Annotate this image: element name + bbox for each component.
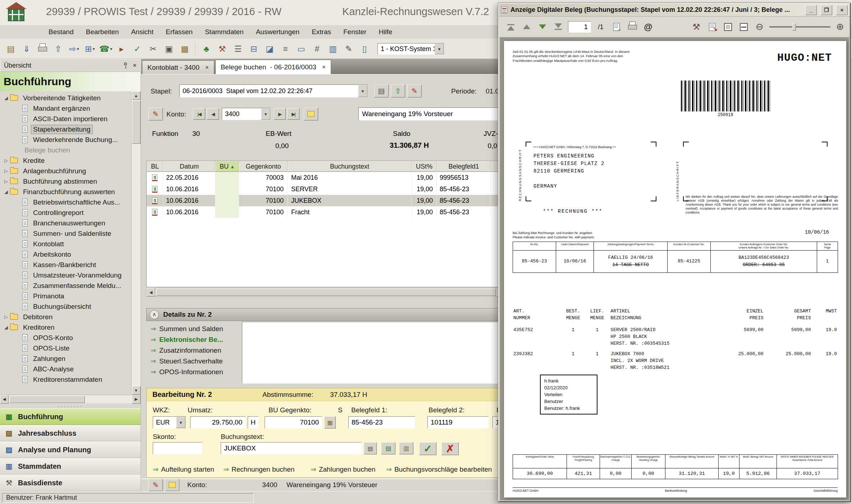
list-button[interactable]: ≡ xyxy=(278,42,293,56)
action-rechnungen-buchen[interactable]: ⇒Rechnungen buchen xyxy=(223,465,294,473)
forward-arrow-button[interactable]: ⇨▾ xyxy=(67,42,82,56)
fit-page-button[interactable] xyxy=(722,21,734,33)
sliders-button[interactable]: ☰ xyxy=(230,42,246,56)
email-button[interactable]: @ xyxy=(642,21,654,33)
table-scrollbar-horizontal[interactable]: ◀ ▶ xyxy=(146,288,506,297)
scroll-up-icon[interactable]: ▲ xyxy=(132,91,141,100)
close-icon[interactable]: × xyxy=(836,5,848,15)
up-arrow-button[interactable]: ⇧ xyxy=(51,42,66,56)
scroll-right-icon[interactable]: ▶ xyxy=(132,395,141,404)
cancel-button[interactable]: ✗ xyxy=(441,442,459,455)
digital-doc-button[interactable]: ▤ xyxy=(381,442,395,454)
text-lookup-button[interactable]: ▤ xyxy=(364,442,377,454)
tree-item-kredite[interactable]: ▷Kredite xyxy=(0,155,131,166)
tree-item-kreditoren[interactable]: ◢Kreditoren xyxy=(0,322,131,333)
cut-button[interactable]: ✂ xyxy=(146,42,161,56)
tree-item-opos-konto[interactable]: OPOS-Konto xyxy=(0,333,131,343)
tree-item-buchf-hrung-abstimmen[interactable]: ▷Buchführung abstimmen xyxy=(0,176,131,187)
first-page-button[interactable] xyxy=(505,21,517,33)
scrollbar-thumb[interactable] xyxy=(156,289,496,296)
tree-expander-icon[interactable]: ▷ xyxy=(2,168,10,174)
splitter-handle[interactable]: ········ xyxy=(0,403,141,408)
tree-item-finanzbuchf-hrung-auswerten[interactable]: ◢Finanzbuchführung auswerten xyxy=(0,187,131,197)
umsatz-input[interactable]: 29.750,00 xyxy=(190,416,246,429)
menu-item-bestand[interactable]: Bestand xyxy=(42,26,80,38)
close-tab-icon[interactable]: × xyxy=(322,64,326,71)
menu-item-extras[interactable]: Extras xyxy=(306,26,337,38)
tree-item-kreditorenstammdaten[interactable]: Kreditorenstammdaten xyxy=(0,374,131,385)
print-button[interactable] xyxy=(626,21,638,33)
skonto-input[interactable] xyxy=(153,442,202,454)
tasks-check-button[interactable]: ✓ xyxy=(130,42,145,56)
monitor-button[interactable]: ▭ xyxy=(294,42,309,56)
import-doc-button[interactable]: ⇓ xyxy=(19,42,34,56)
column-header-ust[interactable]: USt% xyxy=(412,161,437,172)
tree-item-abc-analyse[interactable]: ABC-Analyse xyxy=(0,364,131,374)
kost-system-select[interactable]: 1 - KOST-System 1 ▾ xyxy=(377,43,444,55)
scrollbar-thumb[interactable] xyxy=(9,396,85,403)
tree-item-betriebswirtschaftliche-aus[interactable]: Betriebswirtschaftliche Aus... xyxy=(0,197,131,207)
wkz-select[interactable]: EUR ▾ xyxy=(153,416,186,429)
tree-expander-icon[interactable]: ◢ xyxy=(2,325,10,330)
module-jahresabschluss[interactable]: ▨Jahresabschluss xyxy=(0,425,141,441)
menu-item-hilfe[interactable]: Hilfe xyxy=(372,26,398,38)
konto-number-select[interactable]: 3400 ▾ xyxy=(222,108,271,120)
column-header-bu[interactable]: BU▲ xyxy=(215,161,239,172)
konten-lookup-button[interactable]: ▦ xyxy=(324,416,336,429)
tree-item-mandant-erg-nzen[interactable]: Mandant ergänzen xyxy=(0,103,131,114)
tree-item-controllingreport[interactable]: Controllingreport xyxy=(0,207,131,218)
table-row[interactable]: g10.06.201670100SERVER19,0085-456-23 xyxy=(147,183,505,195)
menu-item-stammdaten[interactable]: Stammdaten xyxy=(199,26,250,38)
table-row[interactable]: g22.05.201670003Mai 201619,0099956513 xyxy=(147,172,505,183)
fit-width-button[interactable] xyxy=(738,21,750,33)
scroll-left-icon[interactable]: ◀ xyxy=(147,288,155,297)
note-button[interactable] xyxy=(304,107,318,120)
last-page-button[interactable] xyxy=(552,21,564,33)
stapel-import-button[interactable]: ⇧ xyxy=(391,84,405,97)
previous-record-button[interactable]: ◀ xyxy=(207,108,219,120)
export-document-button[interactable] xyxy=(610,21,623,33)
soll-haben-field[interactable]: H xyxy=(248,416,258,429)
plant-button[interactable]: ♣ xyxy=(199,42,214,56)
buchungstext-input[interactable]: JUKEBOX xyxy=(221,442,362,454)
details-link-opos-informationen[interactable]: ⇒OPOS-Informationen xyxy=(151,367,223,377)
tree-item-zahlungen[interactable]: Zahlungen xyxy=(0,353,131,364)
belegfeld2-input[interactable]: 101119 xyxy=(427,416,489,429)
chevron-down-icon[interactable]: ▾ xyxy=(358,85,367,97)
copy-button[interactable]: ▣ xyxy=(161,42,177,56)
chevron-down-icon[interactable]: ▾ xyxy=(110,46,112,51)
bu-gegenkonto-input[interactable]: 70100 xyxy=(265,416,322,429)
window-export-button[interactable]: ⊞▾ xyxy=(82,42,97,56)
close-icon[interactable]: × xyxy=(133,61,137,69)
tree-item-vorbereitende-t-tigkeiten[interactable]: ◢Vorbereitende Tätigkeiten xyxy=(0,93,131,103)
send-document-button[interactable] xyxy=(706,21,718,33)
note-button[interactable] xyxy=(165,479,179,491)
tree-item-kassen-bankbericht[interactable]: Kassen-/Bankbericht xyxy=(0,260,131,270)
action-buchungsvorschl-ge-bearbeiten[interactable]: ⇒Buchungsvorschläge bearbeiten xyxy=(386,465,492,473)
tab-belege-buchen-06-2016-0003[interactable]: Belege buchen - 06-2016/0003× xyxy=(215,60,331,74)
column-header-bl[interactable]: BL xyxy=(147,161,163,172)
chevron-down-icon[interactable]: ▾ xyxy=(77,46,79,51)
close-tab-icon[interactable]: × xyxy=(205,64,209,71)
tree-item-ascii-daten-importieren[interactable]: ASCII-Daten importieren xyxy=(0,114,131,124)
stapel-select[interactable]: 06-2016/0003 Stapel vom 12.02.20 22:26:4… xyxy=(179,84,368,97)
details-link-zusatzinformationen[interactable]: ⇒Zusatzinformationen xyxy=(151,345,223,355)
tree-scrollbar-horizontal[interactable]: ◀ ▶ xyxy=(0,395,141,403)
chevron-down-icon[interactable]: ▾ xyxy=(261,108,270,120)
attach-doc-button[interactable]: ▥ xyxy=(399,442,413,454)
module-basisdienste[interactable]: ⚒Basisdienste xyxy=(0,475,141,491)
tree-item-umsatzsteuer-voranmeldung[interactable]: Umsatzsteuer-Voranmeldung xyxy=(0,270,131,280)
konto-edit-button[interactable]: ✎ xyxy=(148,107,163,120)
print-button[interactable] xyxy=(35,42,50,56)
details-link-elektronischer-be[interactable]: ⇒Elektronischer Be... xyxy=(151,335,223,344)
page-number-input-button[interactable]: 1 xyxy=(568,21,591,33)
table-row[interactable]: g10.06.201670100Fracht19,0085-456-23 xyxy=(147,206,505,218)
chevron-down-icon[interactable]: ▾ xyxy=(93,46,95,51)
zoom-out-button[interactable]: ⊖ xyxy=(753,21,766,33)
phone-button[interactable]: ☎▾ xyxy=(98,42,113,56)
belegfeld1-input[interactable]: 85-456-23 xyxy=(348,416,415,429)
doc-edit-button[interactable]: ✎ xyxy=(341,42,356,56)
column-header-buchungstext[interactable]: Buchungstext xyxy=(288,161,412,172)
tree-scrollbar-vertical[interactable]: ▲ ▼ xyxy=(131,91,141,395)
tree-item-opos-liste[interactable]: OPOS-Liste xyxy=(0,343,131,353)
